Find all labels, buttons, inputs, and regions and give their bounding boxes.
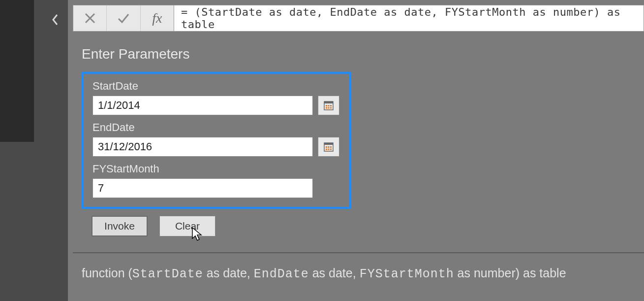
sig-param2: EndDate: [254, 267, 309, 281]
formula-bar: fx = (StartDate as date, EndDate as date…: [73, 5, 644, 32]
check-icon: [117, 12, 130, 25]
startdate-row: [92, 96, 340, 115]
svg-rect-16: [328, 149, 330, 150]
formula-text: = (StartDate as date, EndDate as date, F…: [181, 6, 637, 31]
sig-type3: as number) as table: [454, 266, 566, 280]
sidebar-dark-section: [0, 33, 34, 142]
formula-input[interactable]: = (StartDate as date, EndDate as date, F…: [174, 5, 644, 32]
calendar-icon: [323, 141, 334, 152]
param-group-fystartmonth: FYStartMonth: [92, 163, 340, 198]
fx-button[interactable]: fx: [141, 5, 174, 31]
x-icon: [84, 12, 96, 25]
page-title: Enter Parameters: [82, 46, 644, 62]
chevron-left-icon: [51, 14, 59, 26]
sidebar-dark-top: [0, 0, 34, 33]
clear-button[interactable]: Clear: [159, 216, 215, 236]
svg-rect-4: [326, 105, 327, 106]
invoke-button[interactable]: Invoke: [92, 216, 148, 236]
svg-rect-13: [328, 146, 330, 148]
divider: [73, 252, 644, 253]
confirm-formula-button[interactable]: [107, 5, 140, 31]
function-signature: function (StartDate as date, EndDate as …: [82, 266, 566, 281]
sig-param1: StartDate: [132, 267, 203, 281]
svg-rect-6: [330, 105, 332, 106]
content-area: Enter Parameters StartDate: [82, 46, 644, 236]
svg-rect-3: [324, 101, 333, 103]
svg-rect-9: [330, 107, 332, 109]
sig-type1: as date,: [203, 266, 254, 280]
svg-rect-5: [328, 105, 330, 106]
param-group-startdate: StartDate: [92, 80, 340, 115]
cancel-formula-button[interactable]: [73, 5, 107, 31]
formula-controls: fx: [73, 5, 174, 32]
svg-rect-17: [330, 149, 332, 150]
calendar-icon: [323, 100, 334, 111]
svg-rect-11: [324, 143, 333, 145]
svg-rect-14: [330, 146, 332, 148]
enddate-input[interactable]: [92, 137, 313, 157]
main-content: fx = (StartDate as date, EndDate as date…: [68, 0, 644, 301]
action-buttons: Invoke Clear: [92, 216, 644, 236]
svg-rect-8: [328, 107, 330, 109]
fystartmonth-label: FYStartMonth: [92, 163, 340, 175]
param-group-enddate: EndDate: [92, 121, 340, 157]
fx-icon: fx: [152, 10, 162, 26]
startdate-label: StartDate: [92, 80, 340, 93]
svg-rect-15: [326, 149, 327, 150]
startdate-datepicker-button[interactable]: [318, 96, 339, 115]
back-button[interactable]: [49, 14, 61, 26]
svg-rect-12: [326, 146, 327, 148]
left-sidebar: [0, 0, 68, 301]
sig-type2: as date,: [309, 266, 360, 280]
sig-prefix: function (: [82, 266, 132, 280]
enddate-row: [92, 137, 340, 157]
enddate-label: EndDate: [92, 121, 340, 134]
enddate-datepicker-button[interactable]: [318, 137, 339, 157]
svg-rect-7: [326, 107, 327, 109]
startdate-input[interactable]: [92, 96, 313, 115]
parameters-panel: StartDate: [82, 72, 351, 209]
sig-param3: FYStartMonth: [360, 267, 454, 281]
fystartmonth-row: [92, 178, 340, 198]
fystartmonth-input[interactable]: [92, 178, 313, 198]
